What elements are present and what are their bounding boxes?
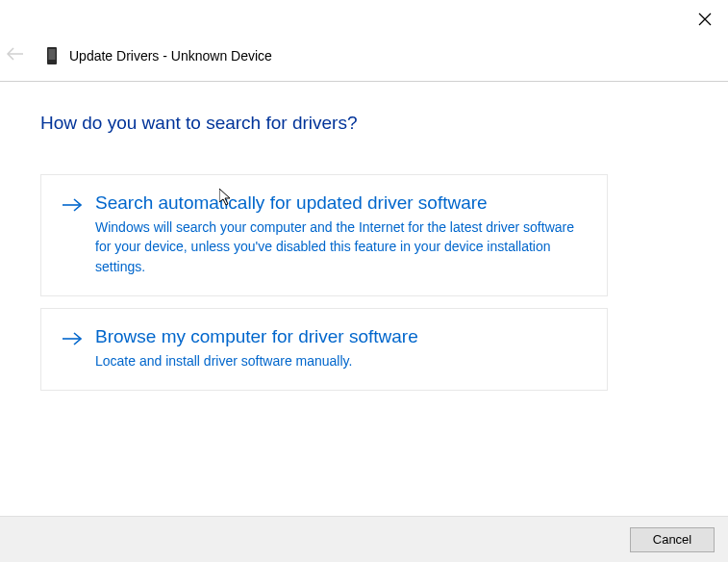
back-button: [2, 42, 29, 69]
option-title: Search automatically for updated driver …: [95, 192, 586, 214]
cancel-button[interactable]: Cancel: [630, 527, 715, 552]
arrow-right-icon: [63, 198, 82, 212]
option-search-automatically[interactable]: Search automatically for updated driver …: [40, 174, 608, 296]
arrow-right-icon: [63, 332, 82, 345]
close-button[interactable]: [693, 10, 716, 33]
close-icon: [698, 13, 712, 30]
option-text-wrap: Browse my computer for driver software L…: [95, 326, 586, 370]
dialog-header: Update Drivers - Unknown Device: [0, 0, 728, 82]
dialog-title: Update Drivers - Unknown Device: [69, 48, 272, 64]
option-text-wrap: Search automatically for updated driver …: [95, 192, 586, 276]
option-browse-computer[interactable]: Browse my computer for driver software L…: [40, 308, 608, 391]
page-heading: How do you want to search for drivers?: [40, 113, 688, 134]
dialog-footer: Cancel: [0, 516, 728, 562]
option-description: Windows will search your computer and th…: [95, 217, 586, 276]
option-description: Locate and install driver software manua…: [95, 351, 586, 370]
dialog-content: How do you want to search for drivers? S…: [0, 82, 728, 391]
svg-rect-4: [49, 49, 56, 60]
device-icon: [44, 45, 60, 66]
back-arrow-icon: [7, 45, 24, 66]
option-title: Browse my computer for driver software: [95, 326, 586, 347]
